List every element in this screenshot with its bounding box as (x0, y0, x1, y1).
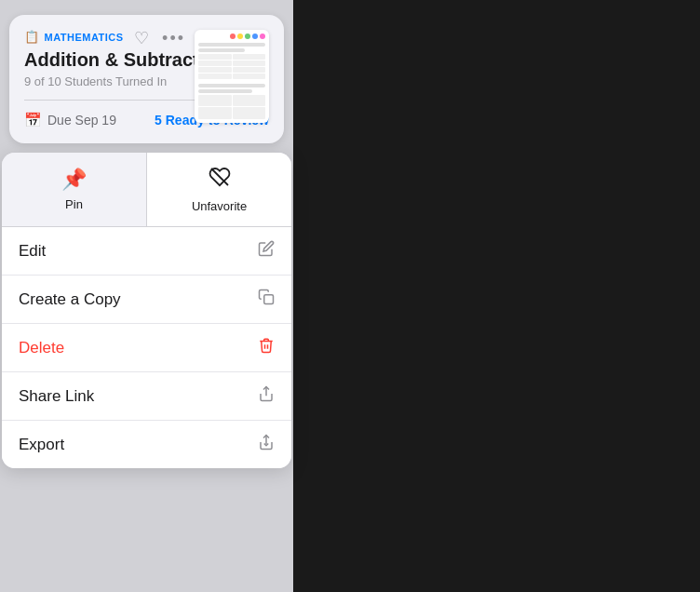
more-options-icon[interactable]: ••• (162, 29, 185, 48)
edit-label: Edit (19, 242, 46, 261)
unfavorite-button[interactable]: Unfavorite (147, 153, 291, 226)
assignment-card: ♡ ••• 📋 MATHEMATICS Addition & Subtracti… (9, 15, 284, 143)
copy-icon (258, 289, 275, 310)
subject-icon: 📋 (24, 30, 40, 44)
calendar-icon: 📅 (24, 112, 42, 128)
right-panel (290, 0, 700, 592)
favorite-icon[interactable]: ♡ (134, 28, 149, 48)
export-label: Export (19, 436, 64, 454)
share-link-label: Share Link (19, 387, 94, 406)
delete-menu-item[interactable]: Delete (2, 324, 291, 372)
context-menu: 📌 Pin Unfavorite Edit (2, 153, 291, 468)
pencil-icon (258, 240, 275, 262)
due-date-text: Due Sep 19 (47, 113, 116, 128)
create-copy-label: Create a Copy (19, 290, 121, 309)
subject-label: MATHEMATICS (45, 32, 124, 43)
share-icon (258, 385, 275, 407)
export-menu-item[interactable]: Export (2, 421, 291, 468)
create-copy-menu-item[interactable]: Create a Copy (2, 276, 291, 324)
share-link-menu-item[interactable]: Share Link (2, 372, 291, 421)
unfavorite-icon (209, 166, 231, 194)
export-icon (258, 434, 275, 455)
svg-rect-1 (264, 295, 274, 304)
pin-icon: 📌 (61, 168, 87, 192)
left-panel: ♡ ••• 📋 MATHEMATICS Addition & Subtracti… (0, 0, 293, 592)
pin-label: Pin (65, 197, 83, 211)
pin-button[interactable]: 📌 Pin (2, 153, 147, 226)
assignment-thumbnail (195, 30, 269, 123)
trash-icon (258, 337, 275, 358)
toggle-row: 📌 Pin Unfavorite (2, 153, 291, 227)
due-date: 📅 Due Sep 19 (24, 112, 116, 128)
card-actions: ♡ ••• (134, 28, 185, 48)
unfavorite-label: Unfavorite (192, 199, 247, 213)
edit-menu-item[interactable]: Edit (2, 227, 291, 276)
delete-label: Delete (19, 339, 64, 357)
